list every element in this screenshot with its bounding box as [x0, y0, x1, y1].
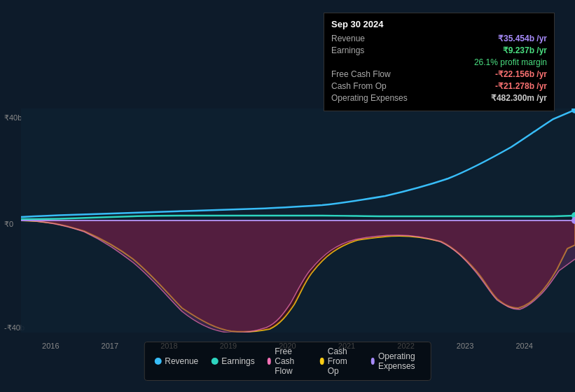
- earnings-dot: [211, 358, 218, 365]
- x-label-2017: 2017: [102, 342, 118, 350]
- legend-opex-label: Operating Expenses: [378, 351, 421, 371]
- fcf-dot: [268, 358, 272, 365]
- chart-container: Sep 30 2024 Revenue ₹35.454b /yr Earning…: [0, 0, 575, 392]
- x-label-2023: 2023: [457, 342, 473, 350]
- tooltip-opex: Operating Expenses ₹482.300m /yr: [331, 93, 547, 103]
- tooltip-cfo: Cash From Op -₹21.278b /yr: [331, 81, 547, 91]
- legend-revenue-label: Revenue: [165, 356, 198, 366]
- cfo-dot: [320, 358, 324, 365]
- legend-fcf[interactable]: Free Cash Flow: [268, 346, 308, 376]
- tooltip-fcf: Free Cash Flow -₹22.156b /yr: [331, 69, 547, 79]
- chart-svg: [21, 108, 575, 332]
- y-axis-zero: ₹0: [4, 220, 13, 229]
- legend-cfo[interactable]: Cash From Op: [320, 346, 358, 376]
- legend-opex[interactable]: Operating Expenses: [370, 346, 420, 376]
- tooltip-date: Sep 30 2024: [331, 19, 547, 29]
- legend-cfo-label: Cash From Op: [328, 346, 359, 376]
- x-label-2016: 2016: [42, 342, 59, 350]
- tooltip-revenue: Revenue ₹35.454b /yr: [331, 34, 547, 43]
- revenue-dot: [154, 358, 161, 365]
- legend-earnings-label: Earnings: [221, 356, 254, 366]
- y-axis-top: ₹40b: [4, 113, 22, 122]
- legend-earnings[interactable]: Earnings: [211, 346, 254, 376]
- x-label-2024: 2024: [515, 342, 532, 350]
- tooltip-profit-margin: 26.1% profit margin: [331, 57, 547, 67]
- legend-revenue[interactable]: Revenue: [154, 346, 198, 376]
- tooltip-box: Sep 30 2024 Revenue ₹35.454b /yr Earning…: [324, 13, 555, 111]
- tooltip-earnings: Earnings ₹9.237b /yr: [331, 46, 547, 55]
- legend-fcf-label: Free Cash Flow: [275, 346, 307, 376]
- opex-dot: [370, 358, 375, 365]
- chart-legend: Revenue Earnings Free Cash Flow Cash Fro…: [144, 342, 431, 381]
